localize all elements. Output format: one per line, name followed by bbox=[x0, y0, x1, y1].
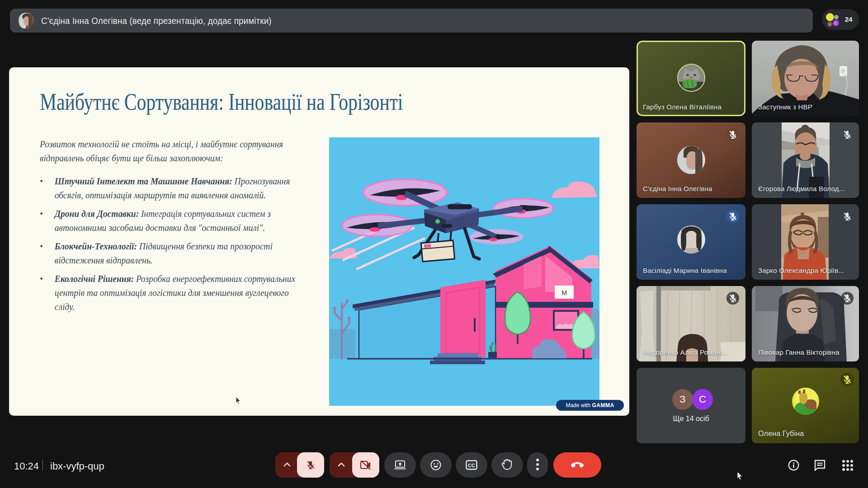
svg-text:CC: CC bbox=[468, 463, 475, 468]
svg-text:M: M bbox=[561, 289, 567, 296]
